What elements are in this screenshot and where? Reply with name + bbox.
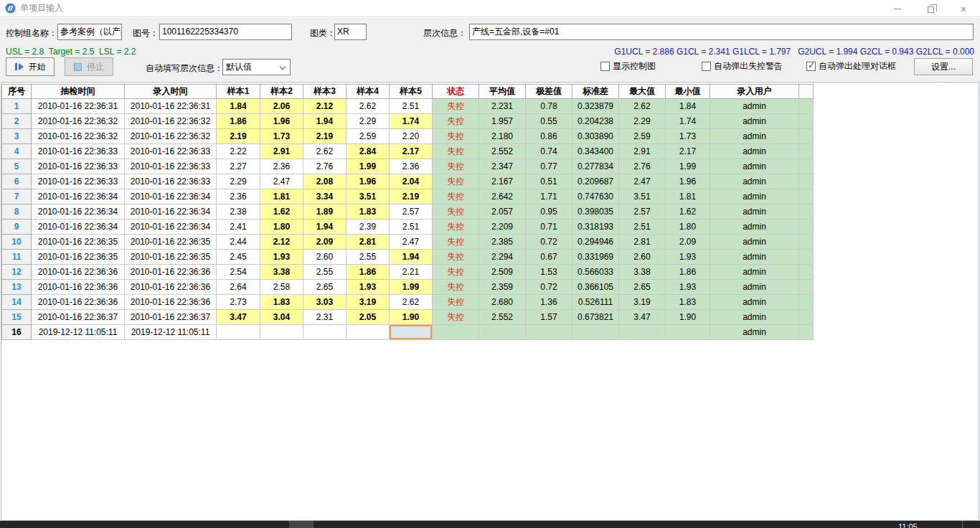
sample-cell[interactable]: 1.94: [303, 220, 347, 235]
sample-cell[interactable]: 1.96: [347, 174, 390, 189]
sample-cell[interactable]: 2.91: [260, 144, 303, 159]
sample-cell[interactable]: 1.93: [260, 250, 303, 265]
sample-cell[interactable]: 2.05: [347, 310, 390, 325]
sample-cell[interactable]: [347, 325, 390, 340]
sample-time-cell[interactable]: 2010-01-16 22:36:33: [32, 144, 125, 159]
sample-cell[interactable]: 1.90: [390, 310, 433, 325]
sample-time-cell[interactable]: 2010-01-16 22:36:36: [32, 265, 125, 280]
sample-cell[interactable]: 2.62: [303, 144, 347, 159]
row-number[interactable]: 8: [2, 204, 32, 220]
sample-cell[interactable]: 1.62: [260, 204, 303, 220]
row-number[interactable]: 10: [2, 235, 32, 250]
sample-cell[interactable]: 2.55: [303, 265, 347, 280]
row-number[interactable]: 6: [2, 174, 32, 189]
sample-cell[interactable]: 1.84: [217, 99, 260, 114]
sample-cell[interactable]: 2.65: [303, 280, 347, 295]
sample-cell[interactable]: 1.93: [347, 280, 390, 295]
sample-cell[interactable]: 3.04: [260, 310, 303, 325]
row-number[interactable]: 12: [2, 265, 32, 280]
settings-button[interactable]: 设置...: [914, 58, 973, 75]
entry-time-cell[interactable]: 2010-01-16 22:36:33: [125, 159, 217, 174]
sample-cell[interactable]: 2.59: [347, 129, 390, 144]
sample-cell[interactable]: 2.19: [217, 129, 260, 144]
sample-cell[interactable]: 1.73: [260, 129, 303, 144]
sample-time-cell[interactable]: 2010-01-16 22:36:34: [32, 189, 125, 204]
row-number[interactable]: 1: [2, 99, 32, 114]
sample-cell[interactable]: 2.54: [217, 265, 260, 280]
sample-cell[interactable]: 1.99: [347, 159, 390, 174]
sample-cell[interactable]: 2.36: [390, 159, 433, 174]
entry-time-cell[interactable]: 2010-01-16 22:36:34: [125, 189, 217, 204]
sample-cell[interactable]: 2.09: [303, 235, 347, 250]
restore-button[interactable]: [914, 0, 947, 17]
sample-cell[interactable]: 2.51: [390, 99, 433, 114]
entry-time-cell[interactable]: 2010-01-16 22:36:32: [125, 114, 217, 129]
sample-cell[interactable]: 2.51: [390, 220, 433, 235]
sample-cell[interactable]: 2.84: [347, 144, 390, 159]
row-number[interactable]: 16: [2, 325, 32, 340]
sample-cell[interactable]: 2.55: [347, 250, 390, 265]
sample-cell[interactable]: 1.86: [217, 114, 260, 129]
sample-cell[interactable]: 1.94: [303, 114, 347, 129]
sample-cell[interactable]: 2.73: [217, 295, 260, 310]
entry-time-cell[interactable]: 2010-01-16 22:36:33: [125, 144, 217, 159]
entry-time-cell[interactable]: 2010-01-16 22:36:36: [125, 295, 217, 310]
entry-time-cell[interactable]: 2010-01-16 22:36:37: [125, 310, 217, 325]
row-number[interactable]: 4: [2, 144, 32, 159]
sample-time-cell[interactable]: 2010-01-16 22:36:34: [32, 220, 125, 235]
checkbox-alarm[interactable]: 自动弹出失控警告: [702, 60, 783, 72]
sample-cell[interactable]: 2.21: [390, 265, 433, 280]
sample-cell[interactable]: 2.60: [303, 250, 347, 265]
sample-time-cell[interactable]: 2010-01-16 22:36:32: [32, 129, 125, 144]
autofill-dropdown[interactable]: 默认值: [222, 59, 291, 75]
sample-cell[interactable]: 2.19: [303, 129, 347, 144]
sample-cell[interactable]: 2.12: [260, 235, 303, 250]
row-number[interactable]: 9: [2, 220, 32, 235]
entry-time-cell[interactable]: 2010-01-16 22:36:34: [125, 220, 217, 235]
sample-cell[interactable]: 2.04: [390, 174, 433, 189]
sample-cell[interactable]: 3.03: [303, 295, 347, 310]
row-number[interactable]: 5: [2, 159, 32, 174]
entry-time-cell[interactable]: 2010-01-16 22:36:33: [125, 174, 217, 189]
sample-cell[interactable]: 2.31: [303, 310, 347, 325]
checkbox-dialog[interactable]: ✓ 自动弹出处理对话框: [806, 60, 896, 72]
row-number[interactable]: 11: [2, 250, 32, 265]
sample-cell[interactable]: 1.80: [260, 220, 303, 235]
sample-cell[interactable]: 1.99: [390, 280, 433, 295]
sample-cell[interactable]: 2.45: [217, 250, 260, 265]
sample-time-cell[interactable]: 2010-01-16 22:36:34: [32, 204, 125, 220]
sample-time-cell[interactable]: 2019-12-12 11:05:11: [32, 325, 125, 340]
row-number[interactable]: 7: [2, 189, 32, 204]
sample-cell[interactable]: 2.39: [347, 220, 390, 235]
sample-cell[interactable]: 2.76: [303, 159, 347, 174]
sample-cell[interactable]: 2.62: [347, 99, 390, 114]
sample-cell[interactable]: 2.08: [303, 174, 347, 189]
sample-time-cell[interactable]: 2010-01-16 22:36:31: [32, 99, 125, 114]
start-button[interactable]: 开始: [6, 57, 55, 76]
minimize-button[interactable]: [881, 0, 914, 17]
entry-time-cell[interactable]: 2010-01-16 22:36:32: [125, 129, 217, 144]
sample-cell[interactable]: 3.38: [260, 265, 303, 280]
sample-time-cell[interactable]: 2010-01-16 22:36:37: [32, 310, 125, 325]
sample-cell[interactable]: 2.57: [390, 204, 433, 220]
sample-cell[interactable]: 1.94: [390, 250, 433, 265]
sample-cell[interactable]: 2.58: [260, 280, 303, 295]
sample-cell[interactable]: 3.34: [303, 189, 347, 204]
sample-cell[interactable]: 2.62: [390, 295, 433, 310]
sample-cell[interactable]: 3.19: [347, 295, 390, 310]
row-number[interactable]: 2: [2, 114, 32, 129]
entry-time-cell[interactable]: 2010-01-16 22:36:35: [125, 235, 217, 250]
sample-cell[interactable]: 1.83: [347, 204, 390, 220]
sample-time-cell[interactable]: 2010-01-16 22:36:33: [32, 159, 125, 174]
sample-cell[interactable]: 1.74: [390, 114, 433, 129]
control-group-input[interactable]: 参考案例（以产品层: [57, 24, 122, 40]
sample-cell[interactable]: [260, 325, 303, 340]
sample-cell[interactable]: 2.41: [217, 220, 260, 235]
sample-time-cell[interactable]: 2010-01-16 22:36:35: [32, 235, 125, 250]
sample-cell[interactable]: 1.89: [303, 204, 347, 220]
sample-cell[interactable]: 2.29: [347, 114, 390, 129]
sample-time-cell[interactable]: 2010-01-16 22:36:36: [32, 295, 125, 310]
sample-time-cell[interactable]: 2010-01-16 22:36:32: [32, 114, 125, 129]
sample-cell[interactable]: 2.44: [217, 235, 260, 250]
sample-cell[interactable]: 2.47: [260, 174, 303, 189]
